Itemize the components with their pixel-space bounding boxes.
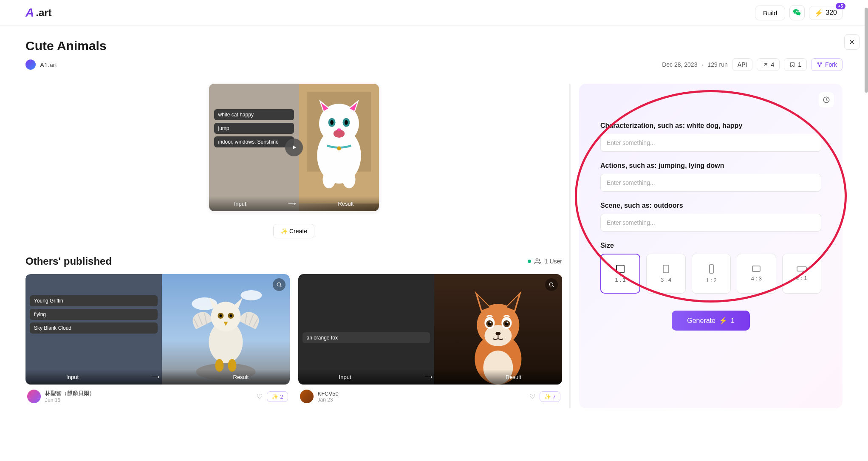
svg-point-20 [240,290,262,300]
published-cards: Young Griffin flying Sky Blank Cloud [25,274,562,408]
scene-input[interactable] [600,214,821,232]
preview-footer: Input ⟶ Result [209,196,379,211]
svg-point-0 [817,62,818,63]
header-actions: Build ⚡ 320 +5 [755,5,843,20]
svg-point-42 [507,322,509,323]
svg-point-13 [333,130,344,138]
logo-icon: A [25,6,34,20]
page-date: Dec 28, 2023 [662,61,697,68]
size-option-4-3[interactable]: 4 : 3 [737,254,776,294]
size-option-1-1[interactable]: 1 : 1 [600,254,640,294]
scene-group: Scene, such as: outdoors [600,202,821,232]
api-button[interactable]: API [732,58,753,71]
size-group: Size 1 : 1 3 : 4 1 : 2 [600,242,821,294]
expand-button[interactable] [273,278,286,291]
card-footer: Input ⟶ Result [298,370,563,385]
scene-label: Scene, such as: outdoors [600,202,821,209]
wand-icon: ✨ [280,228,288,235]
card-author[interactable]: 林聖智（麒麟貝爾） Jun 16 [27,390,95,403]
size-options: 1 : 1 3 : 4 1 : 2 4 : 3 [600,254,821,294]
history-button[interactable] [819,92,834,107]
wechat-icon[interactable] [789,5,805,20]
ratio-icon [663,265,669,273]
avatar [27,390,41,403]
svg-point-41 [490,322,492,323]
characterization-group: Characterization, such as: white dog, ha… [600,122,821,152]
heart-icon[interactable]: ♡ [257,393,263,401]
bolt-icon: ⚡ [814,9,823,17]
avatar [300,390,314,403]
published-card[interactable]: an orange fox [298,274,563,408]
published-card[interactable]: Young Griffin flying Sky Blank Cloud [25,274,290,408]
bookmark-button[interactable]: 1 [784,58,807,71]
remix-count[interactable]: ✨ 7 [540,391,560,402]
top-nav: A .art Build ⚡ 320 +5 [0,0,868,26]
meta-actions: Dec 28, 2023 · 129 run API 4 1 Fork [662,58,843,71]
page-meta: A1.art Dec 28, 2023 · 129 run API 4 1 Fo… [25,58,843,71]
remix-count[interactable]: ✨ 2 [267,391,288,402]
credits-pill[interactable]: ⚡ 320 +5 [809,6,843,20]
characterization-input[interactable] [600,134,821,152]
content-split: white cat,happy jump indoor, windows, Su… [25,84,843,408]
fox-illustration [434,274,562,385]
column-divider[interactable] [569,84,571,408]
share-button[interactable]: 4 [757,58,780,71]
actions-input[interactable] [600,174,821,192]
build-button[interactable]: Build [755,6,785,20]
svg-point-44 [549,283,553,286]
others-title: Others' published [25,255,112,267]
size-option-1-2[interactable]: 1 : 2 [692,254,731,294]
size-option-3-4[interactable]: 3 : 4 [646,254,685,294]
preview-tag: white cat,happy [214,109,294,120]
wand-icon: ✨ [271,393,278,400]
ratio-icon [797,266,807,272]
card-footer: Input ⟶ Result [25,370,290,385]
author-name: A1.art [40,61,57,68]
svg-point-18 [536,259,538,261]
size-option-2-1[interactable]: 2 : 1 [782,254,821,294]
run-count: 129 run [707,61,727,68]
card-input-panel: Young Griffin flying Sky Blank Cloud [25,274,162,385]
credits-value: 320 [826,9,837,17]
fork-icon [817,62,823,68]
create-button[interactable]: ✨ Create [273,224,314,238]
result-label: Result [338,201,353,207]
bolt-icon: ⚡ [719,317,727,325]
author-chip[interactable]: A1.art [25,59,57,70]
svg-point-43 [496,332,501,335]
page-title: Cute Animals [25,39,843,53]
cat-illustration [299,84,379,204]
input-label: Input [234,201,246,207]
card-tag: an orange fox [303,332,430,343]
svg-point-30 [277,283,280,286]
heart-icon[interactable]: ♡ [529,393,535,401]
avatar [25,59,36,70]
generate-button[interactable]: Generate ⚡1 [672,311,750,331]
play-button[interactable] [285,139,303,156]
share-icon [762,62,768,68]
close-button[interactable] [844,34,860,50]
svg-point-2 [819,65,820,66]
ratio-icon [616,265,625,273]
expand-button[interactable] [545,278,558,291]
logo[interactable]: A .art [25,6,52,20]
card-author[interactable]: KFCV50 Jan 23 [300,390,339,403]
card-tag: flying [30,309,158,320]
ratio-icon [752,266,761,272]
card-tag: Young Griffin [30,295,158,306]
svg-point-1 [820,62,821,63]
card-meta: KFCV50 Jan 23 ♡ ✨ 7 [298,385,563,408]
size-label: Size [600,242,821,249]
fork-button[interactable]: Fork [811,58,843,71]
card-output-panel [162,274,290,385]
wand-icon: ✨ [544,393,551,400]
card-tag: Sky Blank Cloud [30,322,158,334]
svg-point-17 [342,171,355,188]
left-column: white cat,happy jump indoor, windows, Su… [25,84,562,408]
credits-badge: +5 [836,3,845,9]
card-meta: 林聖智（麒麟貝爾） Jun 16 ♡ ✨ 2 [25,385,290,408]
svg-point-25 [219,314,222,317]
svg-point-11 [330,120,334,125]
svg-point-26 [229,314,232,317]
arrow-icon: ⟶ [288,201,296,207]
